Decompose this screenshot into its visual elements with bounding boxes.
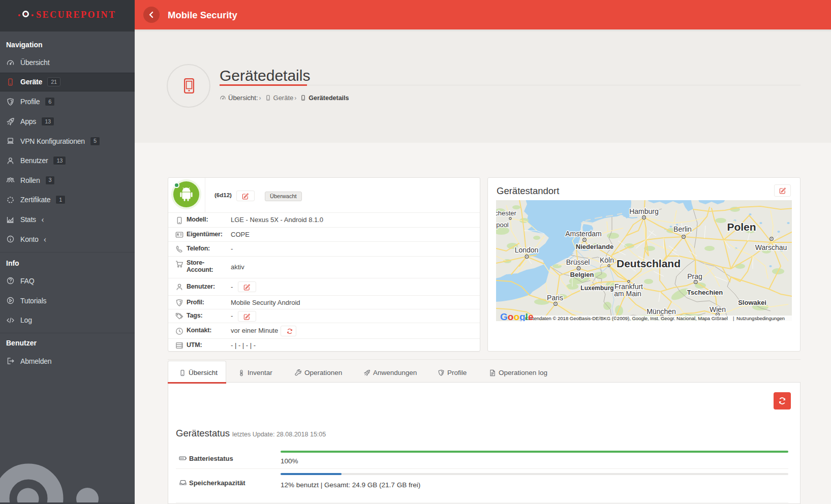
svg-text:Brüssel: Brüssel bbox=[566, 258, 590, 266]
svg-text:Deutschland: Deutschland bbox=[617, 258, 681, 269]
svg-text:Paris: Paris bbox=[547, 294, 563, 302]
svg-text:Hamburg: Hamburg bbox=[629, 207, 659, 215]
svg-text:Niederlande: Niederlande bbox=[576, 243, 613, 250]
svg-text:Luxemburg: Luxemburg bbox=[580, 285, 613, 292]
svg-text:Polen: Polen bbox=[727, 221, 756, 233]
svg-text:Amsterdam: Amsterdam bbox=[565, 230, 602, 238]
svg-text:Köln: Köln bbox=[600, 256, 614, 264]
svg-text:Warschau: Warschau bbox=[755, 243, 787, 251]
svg-text:Nutzungsbedingungen: Nutzungsbedingungen bbox=[736, 316, 785, 321]
svg-text:Liverpool: Liverpool bbox=[496, 221, 509, 229]
svg-text:München: München bbox=[647, 307, 676, 316]
svg-text:|: | bbox=[733, 316, 734, 321]
svg-text:Kartendaten © 2018 GeoBasis-DE: Kartendaten © 2018 GeoBasis-DE/BKG (©200… bbox=[525, 316, 728, 321]
svg-text:Belgien: Belgien bbox=[570, 271, 594, 278]
svg-text:Slowakei: Slowakei bbox=[738, 299, 766, 306]
svg-text:Google: Google bbox=[500, 311, 533, 321]
svg-text:Prag: Prag bbox=[687, 272, 702, 280]
svg-text:London: London bbox=[515, 246, 539, 254]
svg-text:am Main: am Main bbox=[614, 290, 641, 298]
svg-text:Manchester: Manchester bbox=[496, 209, 517, 217]
svg-text:Wien: Wien bbox=[710, 305, 726, 313]
svg-text:Berlin: Berlin bbox=[673, 225, 692, 233]
svg-text:Tschechien: Tschechien bbox=[687, 289, 723, 296]
